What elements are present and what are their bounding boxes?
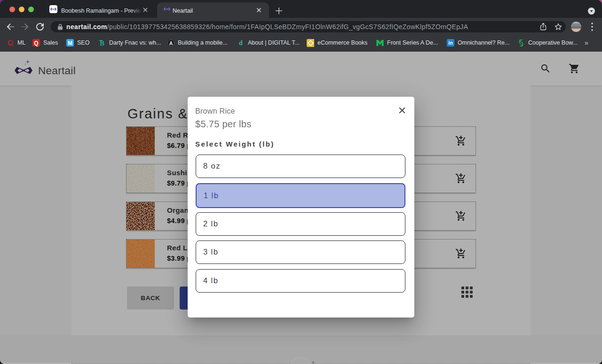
svg-text:Q: Q — [34, 40, 38, 46]
svg-text:M: M — [68, 40, 72, 46]
svg-text:A: A — [169, 40, 173, 46]
svg-text:in: in — [448, 40, 452, 46]
svg-text:d: d — [239, 39, 243, 46]
